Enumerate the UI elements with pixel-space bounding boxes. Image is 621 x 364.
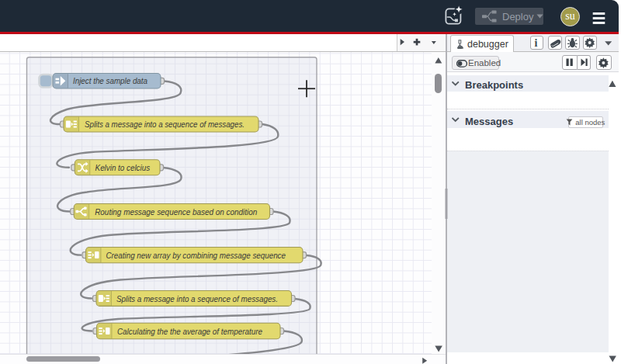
svg-text:Routing message sequence based: Routing message sequence based on condit… — [95, 207, 257, 217]
svg-text:Calculating the the average of: Calculating the the average of temperatu… — [117, 327, 262, 336]
svg-text:Creating new array by combinin: Creating new array by combining message … — [106, 251, 286, 260]
svg-text:Kelvin to celcius: Kelvin to celcius — [95, 163, 151, 172]
svg-text:Splits a message into a sequen: Splits a message into a sequence of mess… — [85, 120, 245, 129]
svg-text:Inject the sample data: Inject the sample data — [73, 76, 147, 85]
svg-text:Splits a message into a sequen: Splits a message into a sequence of mess… — [116, 294, 278, 303]
